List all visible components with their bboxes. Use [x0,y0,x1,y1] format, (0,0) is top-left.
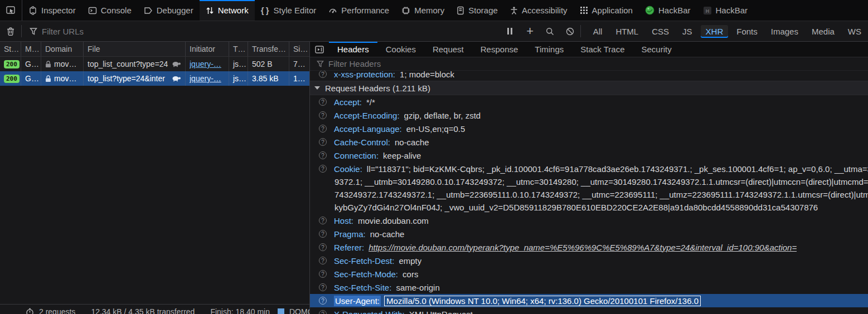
header-row-x-requested-with[interactable]: ? X-Requested-With: XMLHttpRequest [310,307,868,314]
col-domain[interactable]: Domain [41,42,84,56]
initiator-link: jquery-… [190,60,221,68]
help-icon[interactable]: ? [319,71,327,78]
lock-icon [45,75,51,82]
header-row-cache-control[interactable]: ? Cache-Control: no-cache [310,135,868,149]
help-icon[interactable]: ? [319,297,327,305]
col-initiator[interactable]: Initiator [186,42,229,56]
tab-hackbar-green[interactable]: HackBar [639,0,697,21]
tab-accessibility[interactable]: Accessibility [504,0,574,21]
cell-size: 1… [289,71,310,86]
lock-icon [45,61,51,68]
tab-memory[interactable]: Memory [395,0,450,21]
element-picker-icon [6,6,16,15]
filter-all[interactable]: All [588,25,608,38]
network-icon [206,6,214,15]
filter-xhr[interactable]: XHR [701,25,729,38]
tab-label: HackBar [658,6,691,15]
request-headers-section[interactable]: Request Headers (1.211 kB) [310,81,868,95]
filter-media[interactable]: Media [807,25,840,38]
help-icon[interactable]: ? [319,230,327,238]
filter-headers-box[interactable] [310,57,868,71]
tab-headers[interactable]: Headers [329,42,377,57]
tab-timings[interactable]: Timings [526,42,572,57]
tab-debugger[interactable]: Debugger [138,0,200,21]
header-row-referer[interactable]: ? Referer: https://movie.douban.com/type… [310,241,868,254]
col-method[interactable]: M… [21,42,41,56]
header-row-cookie[interactable]: ? Cookie: ll="118371"; bid=KzKMK-Cqbrs; … [310,162,868,214]
hackbar-icon [645,6,654,15]
help-icon[interactable]: ? [319,111,327,119]
header-row-sec-fetch-site[interactable]: ? Sec-Fetch-Site: same-origin [310,281,868,294]
help-icon[interactable]: ? [319,151,327,159]
pause-traffic-button[interactable] [500,21,520,41]
cell-initiator[interactable]: jquery-… [186,57,229,71]
help-icon[interactable]: ? [319,310,327,314]
funnel-icon [30,27,37,35]
help-icon[interactable]: ? [319,270,327,278]
tab-console[interactable]: Console [82,0,138,21]
tab-stack-trace[interactable]: Stack Trace [572,42,633,57]
cell-initiator[interactable]: jquery-… [186,71,229,86]
tab-label: Performance [341,6,389,15]
help-icon[interactable]: ? [319,283,327,291]
header-row-connection[interactable]: ? Connection: keep-alive [310,149,868,162]
header-row-accept-encoding[interactable]: ? Accept-Encoding: gzip, deflate, br, zs… [310,109,868,122]
help-icon[interactable]: ? [319,98,327,106]
request-row-1[interactable]: 200 G… mov… top_list_count?type=24 [0,57,309,71]
tab-style-editor[interactable]: { } Style Editor [255,0,323,21]
tab-storage[interactable]: Storage [450,0,504,21]
filter-headers-input[interactable] [328,59,496,68]
header-row-pragma[interactable]: ? Pragma: no-cache [310,227,868,241]
help-icon[interactable]: ? [319,165,327,173]
col-transferred[interactable]: Transfe… [248,42,289,56]
sidebar-toggle-icon [315,46,324,53]
tab-label: Network [218,6,249,15]
tab-response[interactable]: Response [472,42,527,57]
tab-performance[interactable]: Performance [322,0,395,21]
col-type[interactable]: T… [229,42,248,56]
header-row-sec-fetch-dest[interactable]: ? Sec-Fetch-Dest: empty [310,254,868,267]
tab-security[interactable]: Security [633,42,680,57]
col-file[interactable]: File [84,42,186,56]
filter-images[interactable]: Images [766,25,803,38]
clear-requests-button[interactable] [0,21,21,41]
help-icon[interactable]: ? [319,243,327,251]
referer-link[interactable]: https://movie.douban.com/typerank?type_n… [368,243,797,252]
filter-urls-box[interactable] [22,27,500,36]
tab-label: Style Editor [274,6,317,15]
filter-fonts[interactable]: Fonts [731,25,763,38]
tab-application[interactable]: Application [574,0,639,21]
filter-js[interactable]: JS [677,25,697,38]
tab-inspector[interactable]: Inspector [22,0,82,21]
filter-html[interactable]: HTML [610,25,643,38]
col-status[interactable]: St… [0,42,21,56]
header-row-accept[interactable]: ? Accept: */* [310,95,868,109]
header-row-sec-fetch-mode[interactable]: ? Sec-Fetch-Mode: cors [310,267,868,281]
plus-icon: + [526,25,534,37]
tab-network[interactable]: Network [200,0,255,21]
filter-ws[interactable]: WS [843,25,866,38]
request-row-2-selected[interactable]: 200 G… mov… top_list?type=24&inter [0,71,309,86]
cell-type: js… [229,71,248,86]
header-row-accept-language[interactable]: ? Accept-Language: en-US,en;q=0.5 [310,122,868,135]
filter-css[interactable]: CSS [647,25,674,38]
status-badge: 200 [4,75,20,83]
block-requests-button[interactable] [560,21,580,41]
tab-cookies[interactable]: Cookies [377,42,424,57]
console-icon [88,6,97,15]
help-icon[interactable]: ? [319,257,327,264]
help-icon[interactable]: ? [319,138,327,146]
header-row-x-xss-protection[interactable]: ? x-xss-protection: 1; mode=block [310,71,868,81]
new-request-button[interactable]: + [520,21,540,41]
header-row-user-agent-selected[interactable]: ? User-Agent: Mozilla/5.0 (Windows NT 10… [310,294,868,307]
filter-urls-input[interactable] [42,27,209,36]
element-picker-button[interactable] [0,0,22,21]
help-icon[interactable]: ? [319,217,327,224]
search-button[interactable] [540,21,560,41]
col-size[interactable]: Si… [289,42,310,56]
header-row-host[interactable]: ? Host: movie.douban.com [310,214,868,227]
tab-hackbar-dark[interactable]: H HackBar [697,0,754,21]
tab-request[interactable]: Request [424,42,472,57]
help-icon[interactable]: ? [319,125,327,133]
split-pane-toggle-button[interactable] [310,42,329,57]
